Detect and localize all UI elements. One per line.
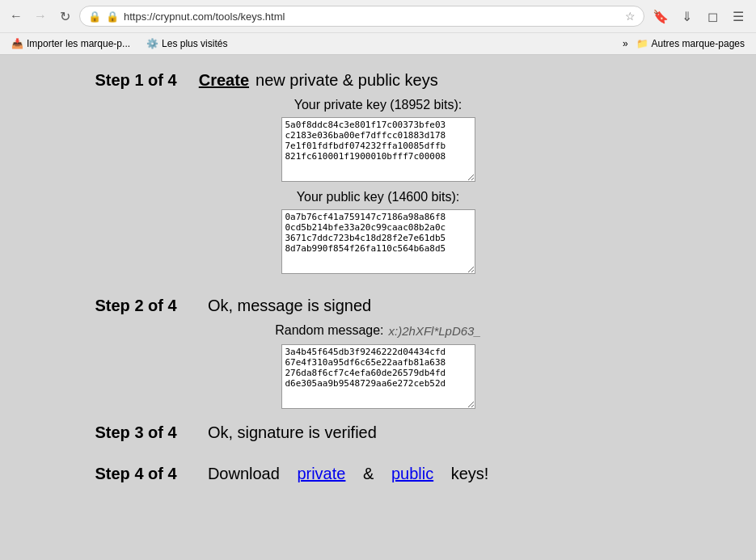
import-icon: 📥 [11, 38, 23, 49]
folder-icon: 📁 [636, 38, 648, 49]
address-bar-actions: ☆ [625, 10, 636, 23]
signed-textarea[interactable]: 3a4b45f645db3f9246222d04434cfd 67e4f310a… [281, 344, 475, 409]
download-private-link[interactable]: private [297, 465, 345, 483]
address-input[interactable] [124, 11, 620, 23]
extensions-button[interactable]: ◻ [701, 5, 724, 27]
browser-chrome: ← → ↻ 🔒 🔒 ☆ 🔖 ⇓ ◻ ☰ 📥 Importer les marqu… [0, 0, 756, 55]
star-icon[interactable]: ☆ [625, 10, 636, 23]
signed-section: 3a4b45f645db3f9246222d04434cfd 67e4f310a… [95, 344, 661, 409]
private-key-section: Your private key (18952 bits): 5a0f8ddc8… [95, 98, 661, 182]
random-message-row: Random message: x:)2hXFl*LpD63_ [95, 323, 661, 338]
shield-icon: 🔒 [88, 11, 101, 23]
address-bar-container: 🔒 🔒 ☆ [79, 6, 644, 27]
step1-rest: new private & public keys [256, 71, 438, 90]
settings-icon: ⚙️ [146, 38, 158, 49]
toolbar-right: 🔖 ⇓ ◻ ☰ [649, 5, 750, 27]
browser-toolbar: ← → ↻ 🔒 🔒 ☆ 🔖 ⇓ ◻ ☰ [0, 0, 756, 32]
step4-heading: Step 4 of 4 Download private & public ke… [95, 465, 661, 483]
bookmark-most-visited[interactable]: ⚙️ Les plus visités [141, 36, 232, 51]
step2-number: Step 2 of 4 [95, 297, 177, 315]
step2-status: Ok, message is signed [208, 297, 371, 315]
step2-block: Step 2 of 4 Ok, message is signed Random… [95, 297, 661, 409]
reload-button[interactable]: ↻ [55, 6, 74, 26]
step4-number: Step 4 of 4 [95, 465, 177, 483]
pocket-button[interactable]: 🔖 [649, 5, 672, 27]
random-message-label: Random message: [275, 323, 383, 338]
private-key-label: Your private key (18952 bits): [294, 98, 462, 112]
public-key-label: Your public key (14600 bits): [297, 190, 459, 204]
page-content: Step 1 of 4 Create new private & public … [0, 55, 756, 550]
bookmark-import[interactable]: 📥 Importer les marque-p... [6, 36, 135, 51]
step3-number: Step 3 of 4 [95, 423, 177, 442]
download-public-link[interactable]: public [391, 465, 433, 483]
bookmark-import-label: Importer les marque-p... [27, 38, 130, 49]
step1-heading: Step 1 of 4 Create new private & public … [95, 71, 661, 90]
forward-button[interactable]: → [31, 6, 50, 26]
bookmarks-right: » 📁 Autres marque-pages [623, 36, 750, 51]
step1-action: Create [199, 71, 249, 90]
step2-heading: Step 2 of 4 Ok, message is signed [95, 297, 661, 315]
bookmarks-bar: 📥 Importer les marque-p... ⚙️ Les plus v… [0, 32, 756, 54]
step4-download-suffix: keys! [451, 465, 489, 483]
step3-heading: Step 3 of 4 Ok, signature is verified [95, 423, 661, 442]
lock-icon: 🔒 [106, 11, 119, 23]
menu-button[interactable]: ☰ [727, 5, 750, 27]
download-separator: & [363, 465, 374, 483]
public-key-section: Your public key (14600 bits): 0a7b76cf41… [95, 190, 661, 274]
step1-block: Step 1 of 4 Create new private & public … [95, 71, 661, 282]
step4-block: Step 4 of 4 Download private & public ke… [95, 465, 661, 491]
public-key-textarea[interactable]: 0a7b76cf41a759147c7186a98a86f8 0cd5b214b… [281, 209, 475, 274]
other-bookmarks[interactable]: 📁 Autres marque-pages [631, 36, 750, 51]
back-button[interactable]: ← [6, 6, 26, 26]
other-bookmarks-label: Autres marque-pages [652, 38, 745, 49]
step4-download-prefix: Download [208, 465, 280, 483]
download-button[interactable]: ⇓ [675, 5, 698, 27]
bookmark-most-visited-label: Les plus visités [162, 38, 227, 49]
step1-number: Step 1 of 4 [95, 71, 177, 90]
private-key-textarea[interactable]: 5a0f8ddc84c3e801f17c00373bfe03 c2183e036… [281, 117, 475, 182]
random-message-value: x:)2hXFl*LpD63_ [389, 324, 481, 338]
chevron-right-icon: » [623, 38, 628, 49]
step3-block: Step 3 of 4 Ok, signature is verified [95, 423, 661, 450]
step3-status: Ok, signature is verified [208, 423, 377, 442]
